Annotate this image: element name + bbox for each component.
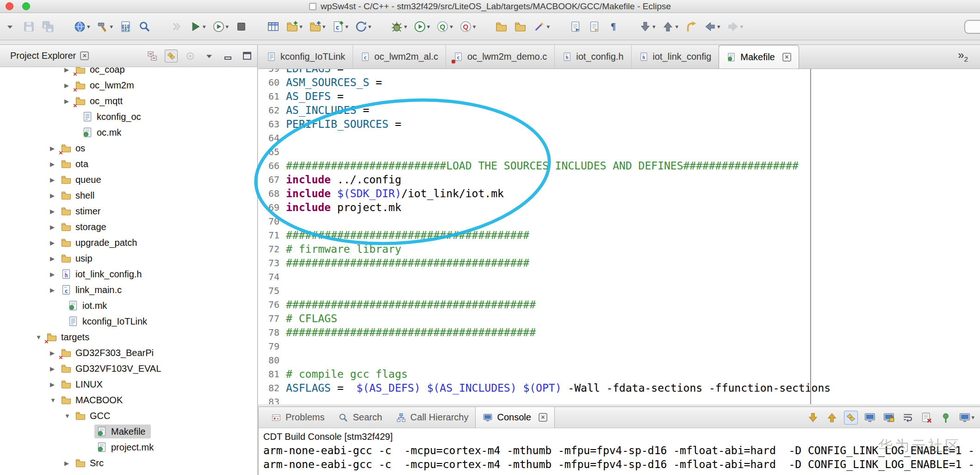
- next-error-button[interactable]: [806, 411, 820, 425]
- expander-icon[interactable]: ▶: [50, 239, 61, 246]
- collapse-all-button[interactable]: [146, 50, 159, 62]
- tab-search[interactable]: Search: [331, 407, 389, 428]
- tree-item-gd32f303-bearpi[interactable]: ▶×GD32F303_BearPi: [0, 345, 257, 361]
- new-source-folder-button[interactable]: ▾: [308, 17, 327, 37]
- tree-item-shell[interactable]: ▶shell: [0, 188, 257, 203]
- tree-item-makefile[interactable]: Makefile: [0, 424, 257, 439]
- console-view[interactable]: CDT Build Console [stm32f429] arm-none-e…: [259, 428, 980, 471]
- word-wrap-button[interactable]: [901, 411, 915, 425]
- expander-icon[interactable]: ▶: [64, 460, 75, 467]
- new-folder-button[interactable]: ▾: [285, 17, 304, 37]
- expander-icon[interactable]: ▶: [50, 176, 61, 183]
- display-selected-console-button[interactable]: [863, 411, 877, 425]
- next-annotation-button[interactable]: ▾: [638, 17, 657, 37]
- show-console-on-output-button[interactable]: [844, 411, 858, 425]
- tab-console[interactable]: Console×: [475, 407, 554, 428]
- clear-console-button[interactable]: [920, 411, 934, 425]
- build-button[interactable]: ▾: [96, 17, 114, 37]
- expander-icon[interactable]: ▶: [50, 271, 61, 278]
- close-window-button[interactable]: [6, 2, 13, 10]
- tree-item-usip[interactable]: ▶usip: [0, 250, 257, 266]
- profile-button[interactable]: ▾: [211, 17, 230, 37]
- tree-item-upgrade-patch[interactable]: ▶upgrade_patch: [0, 235, 257, 250]
- editor-tab-oc-lwm2m-al-c[interactable]: coc_lwm2m_al.c: [353, 45, 446, 69]
- open-folder-2-button[interactable]: [513, 17, 527, 37]
- debug-button[interactable]: ▾: [390, 17, 408, 37]
- previous-annotation-button[interactable]: ▾: [661, 17, 679, 37]
- open-console-button[interactable]: ▾: [958, 411, 975, 425]
- tree-item-kconfig-iotlink[interactable]: kconfig_IoTLink: [0, 313, 257, 329]
- search-button[interactable]: [137, 17, 152, 37]
- toolbar-overflow-button[interactable]: [3, 17, 17, 37]
- tree-item-oc-lwm2m[interactable]: ▶×oc_lwm2m: [0, 77, 257, 93]
- editor-tab-iot-link-config[interactable]: hiot_link_config: [632, 45, 719, 69]
- maximize-view-button[interactable]: [241, 50, 254, 62]
- expander-icon[interactable]: ▶: [50, 161, 61, 168]
- zoom-window-button[interactable]: [22, 2, 30, 10]
- save-all-button[interactable]: [41, 17, 55, 37]
- tree-item-oc-mk[interactable]: oc.mk: [0, 125, 257, 140]
- tree-item-storage[interactable]: ▶storage: [0, 219, 257, 235]
- build-active-configuration-button[interactable]: ▾: [354, 17, 372, 37]
- back-button[interactable]: ▾: [703, 17, 721, 37]
- run-q-red-button[interactable]: Q▾: [459, 17, 477, 37]
- tree-item-linux[interactable]: ▶LINUX: [0, 376, 257, 392]
- forward-button[interactable]: ▾: [726, 17, 744, 37]
- close-tab-icon[interactable]: ×: [539, 413, 547, 422]
- show-whitespace-button[interactable]: ¶: [606, 17, 620, 37]
- code-editor[interactable]: 59EDFLAGS =60ASM_SOURCES_S =61AS_DEFS =6…: [258, 69, 980, 404]
- editor-tab-iot-config-h[interactable]: hiot_config.h: [555, 45, 631, 69]
- view-menu-button[interactable]: [203, 50, 216, 62]
- open-web-browser-button[interactable]: ▾: [73, 17, 91, 37]
- previous-error-button[interactable]: [825, 411, 839, 425]
- scroll-lock-button[interactable]: [882, 411, 896, 425]
- tab-project-explorer[interactable]: Project Explorer ×: [0, 50, 89, 61]
- new-project-button[interactable]: [266, 17, 280, 37]
- stop-build-button[interactable]: [234, 17, 248, 37]
- new-source-file-button[interactable]: c▾: [331, 17, 349, 37]
- link-with-editor-button[interactable]: [165, 50, 178, 62]
- tree-item-macbook[interactable]: ▼MACBOOK: [0, 392, 257, 408]
- minimize-view-button[interactable]: [222, 50, 235, 62]
- tab-problems[interactable]: Problems: [264, 407, 331, 428]
- tree-item-project-mk[interactable]: project.mk: [0, 439, 257, 455]
- expander-icon[interactable]: ▶: [50, 192, 61, 199]
- tree-item-iot-link-config-h[interactable]: ▶hiot_link_config.h: [0, 266, 257, 282]
- pin-console-button[interactable]: [939, 411, 953, 425]
- tree-item-oc-mqtt[interactable]: ▶×oc_mqtt: [0, 93, 257, 109]
- tab-call-hierarchy[interactable]: Call Hierarchy: [389, 407, 476, 428]
- quick-access-search[interactable]: [964, 20, 980, 34]
- tree-item-oc-coap[interactable]: ▶×oc_coap: [0, 67, 257, 77]
- close-tab-icon[interactable]: ×: [782, 53, 791, 62]
- tree-item-stimer[interactable]: ▶stimer: [0, 203, 257, 219]
- editor-tab-makefile[interactable]: Makefile×: [719, 45, 799, 69]
- expander-icon[interactable]: ▶: [50, 208, 61, 215]
- expander-icon[interactable]: ▶: [50, 287, 61, 294]
- save-button[interactable]: [22, 17, 36, 37]
- tree-item-os[interactable]: ▶×os: [0, 140, 257, 156]
- run-button[interactable]: ▾: [413, 17, 431, 37]
- run-last-launch-button[interactable]: ▾: [188, 17, 207, 37]
- expander-icon[interactable]: ▼: [64, 412, 75, 419]
- last-edit-location-button[interactable]: [684, 17, 698, 37]
- new-wizard-button[interactable]: ▾: [532, 17, 551, 37]
- tree-item-queue[interactable]: ▶queue: [0, 172, 257, 188]
- expander-icon[interactable]: ▶: [50, 381, 61, 388]
- tree-item-targets[interactable]: ▼×targets: [0, 329, 257, 345]
- open-binary-button[interactable]: 010101: [118, 17, 133, 37]
- tree-item-gcc[interactable]: ▼GCC: [0, 408, 257, 424]
- expander-icon[interactable]: ▼: [50, 397, 61, 404]
- tree-item-iot-mk[interactable]: iot.mk: [0, 298, 257, 313]
- doc-arrow-blue-button[interactable]: [568, 17, 583, 37]
- skip-all-breakpoints-button[interactable]: [169, 17, 184, 37]
- editor-tab-oc-lwm2m-demo-c[interactable]: coc_lwm2m_demo.c: [446, 45, 555, 69]
- expander-icon[interactable]: ▶: [50, 255, 61, 262]
- focus-button[interactable]: [184, 50, 197, 62]
- editor-tab-kconfig-iotlink[interactable]: kconfig_IoTLink: [259, 45, 353, 69]
- doc-arrow-yellow-button[interactable]: [587, 17, 602, 37]
- tab-overflow-chevron[interactable]: »2: [958, 49, 968, 63]
- tree-item-kconfig-oc[interactable]: kconfig_oc: [0, 109, 257, 125]
- close-view-icon[interactable]: ×: [80, 51, 89, 60]
- expander-icon[interactable]: ▶: [50, 224, 61, 231]
- tree-item-ota[interactable]: ▶ota: [0, 156, 257, 172]
